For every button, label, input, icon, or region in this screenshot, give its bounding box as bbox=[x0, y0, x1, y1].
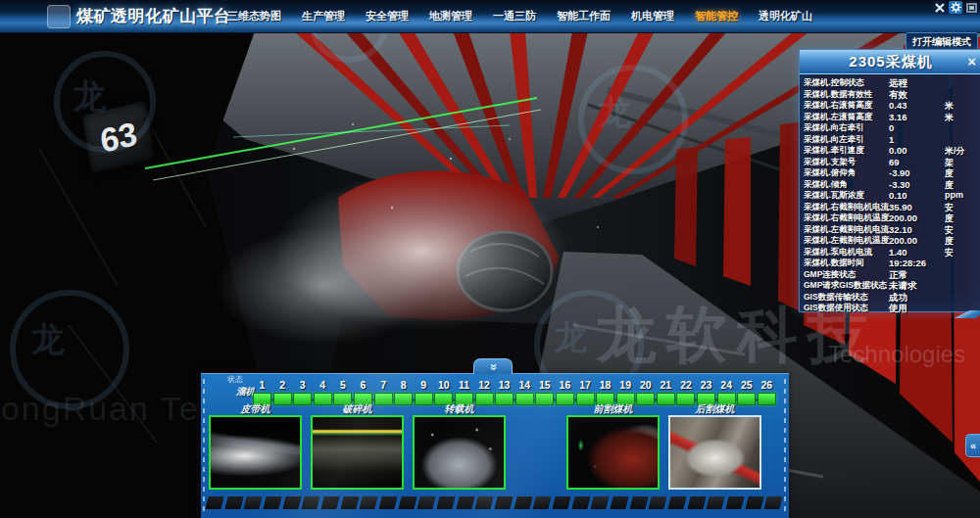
segment-number: 20 bbox=[640, 379, 652, 391]
strip-thumbnail[interactable] bbox=[340, 496, 359, 509]
segment-25[interactable]: 25 bbox=[737, 379, 756, 405]
segment-7[interactable]: 7 bbox=[374, 379, 393, 405]
strip-thumbnail[interactable] bbox=[668, 496, 687, 509]
strip-thumbnail[interactable] bbox=[494, 496, 513, 509]
nav-item-2[interactable]: 安全管理 bbox=[366, 9, 409, 24]
segment-number: 8 bbox=[401, 379, 407, 391]
row-label: 采煤机.控制状态 bbox=[804, 77, 864, 89]
strip-thumbnail[interactable] bbox=[244, 496, 263, 509]
segment-4[interactable]: 4 bbox=[314, 379, 332, 405]
segment-number: 19 bbox=[619, 379, 631, 391]
segment-16[interactable]: 16 bbox=[556, 379, 574, 405]
strip-thumbnail[interactable] bbox=[514, 496, 532, 509]
conveyor-segments: 1234567891011121314151617181920212223242… bbox=[253, 379, 776, 405]
segment-17[interactable]: 17 bbox=[576, 379, 595, 405]
strip-thumbnail[interactable] bbox=[552, 496, 570, 509]
segment-number: 18 bbox=[600, 379, 612, 391]
strip-thumbnail[interactable] bbox=[320, 496, 339, 509]
data-row: 采煤机.左滚筒高度3.16米 bbox=[800, 112, 980, 123]
nav-item-4[interactable]: 一通三防 bbox=[493, 9, 536, 24]
data-row: GMP请求GIS数据状态未请求 bbox=[800, 280, 980, 292]
row-label: 采煤机.俯仰角 bbox=[804, 167, 856, 179]
strip-thumbnail[interactable] bbox=[687, 496, 706, 509]
segment-number: 23 bbox=[701, 379, 712, 391]
video-frame bbox=[209, 415, 302, 490]
segment-2[interactable]: 2 bbox=[273, 379, 292, 405]
segment-number: 16 bbox=[560, 379, 571, 391]
nav-item-6[interactable]: 机电管理 bbox=[631, 9, 674, 24]
segment-12[interactable]: 12 bbox=[475, 379, 494, 405]
strip-thumbnail[interactable] bbox=[745, 496, 763, 509]
strip-thumbnail[interactable] bbox=[378, 496, 397, 509]
segment-9[interactable]: 9 bbox=[415, 379, 433, 405]
segment-19[interactable]: 19 bbox=[616, 379, 635, 405]
video-frame bbox=[566, 415, 660, 490]
strip-thumbnail[interactable] bbox=[533, 496, 552, 509]
row-label: GMP请求GIS数据状态 bbox=[804, 280, 887, 292]
segment-26[interactable]: 26 bbox=[758, 379, 776, 405]
segment-18[interactable]: 18 bbox=[596, 379, 614, 405]
nav-item-8[interactable]: 透明化矿山 bbox=[759, 9, 812, 24]
segment-15[interactable]: 15 bbox=[535, 379, 554, 405]
segment-8[interactable]: 8 bbox=[394, 379, 413, 405]
row-value: 35.90 bbox=[889, 202, 912, 212]
segment-11[interactable]: 11 bbox=[455, 379, 473, 405]
nav-item-5[interactable]: 智能工作面 bbox=[557, 9, 611, 24]
strip-thumbnail[interactable] bbox=[436, 496, 455, 509]
strip-thumbnail[interactable] bbox=[610, 496, 628, 509]
strip-thumbnail[interactable] bbox=[360, 496, 378, 509]
row-label: 采煤机.左截割电机温度 bbox=[804, 235, 889, 247]
strip-thumbnail[interactable] bbox=[764, 496, 783, 509]
data-row: 采煤机.数据时间19:28:26 bbox=[800, 258, 980, 269]
segment-number: 6 bbox=[361, 379, 367, 391]
row-value: 200.00 bbox=[889, 235, 917, 246]
strip-thumbnail[interactable] bbox=[302, 496, 320, 509]
segment-21[interactable]: 21 bbox=[657, 379, 675, 405]
segment-22[interactable]: 22 bbox=[676, 379, 695, 405]
segment-24[interactable]: 24 bbox=[717, 379, 736, 405]
strip-thumbnail[interactable] bbox=[398, 496, 416, 509]
expand-right-panel-button[interactable]: « bbox=[965, 434, 980, 457]
video-feed-0[interactable]: 皮带机 bbox=[209, 403, 302, 490]
segment-23[interactable]: 23 bbox=[697, 379, 715, 405]
segment-6[interactable]: 6 bbox=[354, 379, 372, 405]
strip-thumbnail[interactable] bbox=[649, 496, 667, 509]
segment-5[interactable]: 5 bbox=[333, 379, 352, 405]
tools-icon[interactable] bbox=[933, 1, 947, 14]
segment-20[interactable]: 20 bbox=[636, 379, 655, 405]
strip-thumbnail[interactable] bbox=[629, 496, 648, 509]
segment-14[interactable]: 14 bbox=[515, 379, 534, 405]
strip-thumbnail[interactable] bbox=[571, 496, 590, 509]
strip-thumbnail[interactable] bbox=[417, 496, 436, 509]
strip-thumbnail[interactable] bbox=[475, 496, 494, 509]
close-icon[interactable]: × bbox=[967, 52, 976, 71]
video-feed-3[interactable]: 前割煤机 bbox=[566, 403, 660, 490]
nav-item-1[interactable]: 生产管理 bbox=[302, 9, 345, 24]
strip-thumbnail[interactable] bbox=[263, 496, 281, 509]
collapse-panel-button[interactable]: « bbox=[473, 358, 513, 374]
nav-item-0[interactable]: 三维态势图 bbox=[227, 9, 281, 24]
row-label: 采煤机.向左牵引 bbox=[804, 134, 864, 146]
strip-thumbnail[interactable] bbox=[282, 496, 301, 509]
video-label: 后割煤机 bbox=[668, 403, 761, 415]
segment-number: 14 bbox=[518, 379, 530, 391]
segment-3[interactable]: 3 bbox=[293, 379, 312, 405]
gear-icon[interactable] bbox=[949, 1, 962, 14]
segment-13[interactable]: 13 bbox=[495, 379, 514, 405]
segment-10[interactable]: 10 bbox=[434, 379, 453, 405]
strip-thumbnail[interactable] bbox=[707, 496, 725, 509]
data-row: 采煤机.瓦斯浓度0.10ppm bbox=[800, 190, 980, 202]
strip-thumbnail[interactable] bbox=[456, 496, 474, 509]
strip-thumbnail[interactable] bbox=[591, 496, 610, 509]
strip-thumbnail[interactable] bbox=[205, 496, 223, 509]
nav-item-7[interactable]: 智能管控 bbox=[695, 9, 738, 24]
strip-thumbnail[interactable] bbox=[224, 496, 243, 509]
screen-icon[interactable] bbox=[964, 1, 978, 14]
video-feed-1[interactable]: 破碎机 bbox=[311, 403, 404, 490]
segment-1[interactable]: 1 bbox=[253, 379, 271, 405]
video-feed-2[interactable]: 转载机 bbox=[413, 403, 506, 490]
strip-thumbnail[interactable] bbox=[726, 496, 745, 509]
video-feed-4[interactable]: 后割煤机 bbox=[668, 403, 761, 490]
nav-item-3[interactable]: 地测管理 bbox=[429, 9, 472, 24]
row-label: GIS数据传输状态 bbox=[804, 292, 868, 304]
